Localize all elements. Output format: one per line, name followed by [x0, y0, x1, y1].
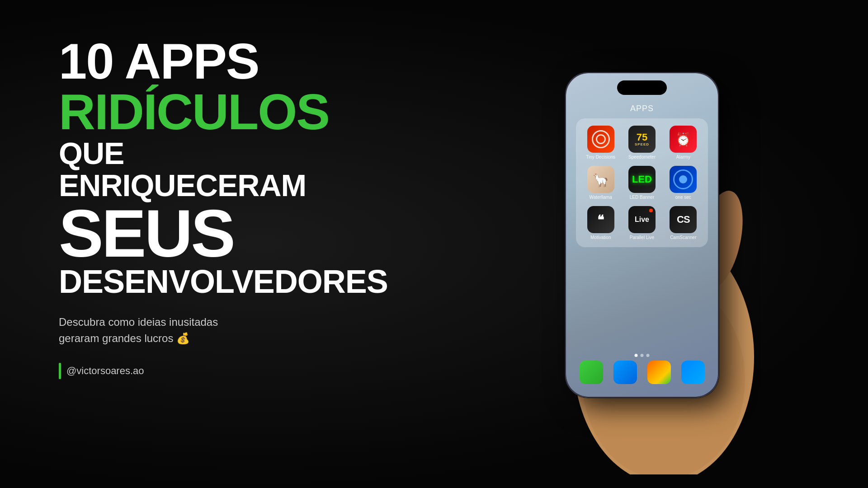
app-grid: Tiny Decisions 75 SPEED Speedometer [582, 126, 702, 240]
app-label-motivation: Motivation [590, 235, 611, 240]
app-label-tiny-decisions: Tiny Decisions [586, 155, 615, 160]
title-line5: DESENVOLVEDORES [59, 265, 330, 298]
list-item[interactable]: LED LED Banner [623, 166, 660, 200]
page-dot-1 [635, 354, 638, 357]
phone-frame: APPS Tiny Decisions 75 SPEED [565, 72, 719, 398]
app-folder: Tiny Decisions 75 SPEED Speedometer [576, 118, 708, 247]
app-icon-tiny-decisions[interactable] [587, 126, 614, 153]
right-panel: APPS Tiny Decisions 75 SPEED [484, 14, 800, 474]
subtitle-text: Descubra como ideias inusitadas geraram … [59, 314, 330, 347]
dock-icon-photos[interactable] [647, 361, 671, 384]
parallel-live-dot [649, 209, 653, 212]
app-label-led-banner: LED Banner [630, 195, 654, 200]
app-icon-one-sec[interactable] [670, 166, 697, 193]
green-bar-decoration [59, 363, 61, 379]
list-item[interactable]: ⏰ Alarmy [665, 126, 702, 160]
title-line4: SEUS [59, 202, 330, 266]
camscanner-graphic: CS [677, 214, 690, 225]
phone-dock [574, 361, 710, 384]
app-label-waterllama: Waterllama [590, 195, 612, 200]
app-icon-camscanner[interactable]: CS [670, 206, 697, 233]
one-sec-graphic [673, 169, 693, 189]
title-line2: RIDÍCULOS [59, 87, 330, 137]
motivation-graphic: ❝ [597, 212, 604, 227]
list-item[interactable]: Tiny Decisions [582, 126, 619, 160]
dock-icon-safari[interactable] [613, 361, 637, 384]
app-label-parallel-live: Parallel Live [630, 235, 654, 240]
left-panel: 10 APPS RIDÍCULOS QUE ENRIQUECERAM SEUS … [59, 36, 330, 379]
list-item[interactable]: ❝ Motivation [582, 206, 619, 240]
app-icon-led-banner[interactable]: LED [628, 166, 656, 193]
page-dot-3 [646, 354, 650, 357]
app-icon-speedometer[interactable]: 75 SPEED [628, 126, 656, 153]
led-graphic: LED [632, 174, 652, 185]
page-indicator [635, 354, 650, 357]
dock-icon-appstore[interactable] [681, 361, 705, 384]
app-icon-parallel-live[interactable]: Live • [628, 206, 656, 233]
handle-text: @victorsoares.ao [66, 365, 144, 377]
waterllama-graphic: 🦙 [592, 172, 609, 188]
speedometer-graphic: 75 SPEED [635, 132, 649, 146]
app-icon-alarmy[interactable]: ⏰ [670, 126, 697, 153]
app-icon-waterllama[interactable]: 🦙 [587, 166, 614, 193]
app-label-alarmy: Alarmy [676, 155, 690, 160]
alarmy-graphic: ⏰ [675, 132, 691, 147]
social-handle: @victorsoares.ao [59, 363, 330, 379]
app-label-one-sec: one sec [675, 195, 691, 200]
title-line3: QUE ENRIQUECERAM [59, 137, 330, 202]
parallel-live-graphic: Live [635, 216, 649, 224]
title-line1: 10 APPS [59, 36, 330, 87]
list-item[interactable]: 🦙 Waterllama [582, 166, 619, 200]
list-item[interactable]: Live • Parallel Live [623, 206, 660, 240]
app-label-speedometer: Speedometer [628, 155, 656, 160]
page-dot-2 [641, 354, 644, 357]
app-label-camscanner: CamScanner [670, 235, 696, 240]
app-icon-motivation[interactable]: ❝ [587, 206, 614, 233]
tiny-decisions-graphic [592, 130, 610, 148]
list-item[interactable]: CS CamScanner [665, 206, 702, 240]
dock-icon-phone[interactable] [580, 361, 603, 384]
list-item[interactable]: 75 SPEED Speedometer [623, 126, 660, 160]
one-sec-dot [679, 175, 687, 183]
dynamic-island [617, 80, 667, 95]
list-item[interactable]: one sec [665, 166, 702, 200]
apps-folder-label: APPS [630, 104, 654, 113]
